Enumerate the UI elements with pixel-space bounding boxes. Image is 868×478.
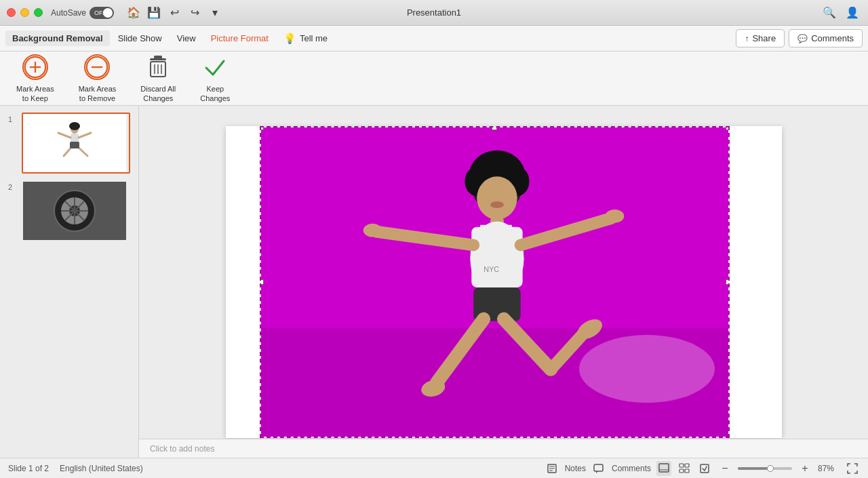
zoom-percent: 87%: [818, 464, 840, 473]
dropdown-icon[interactable]: ▾: [206, 4, 224, 22]
home-icon[interactable]: 🏠: [125, 4, 142, 22]
reading-view-icon[interactable]: [697, 461, 712, 476]
notes-status-icon[interactable]: [545, 461, 559, 476]
slide-number-1: 1: [8, 113, 16, 123]
svg-rect-54: [594, 464, 603, 471]
zoom-track: [738, 467, 792, 470]
svg-rect-60: [679, 469, 684, 473]
canvas-area: NYC Click to add notes: [139, 106, 868, 458]
discard-all-changes-button[interactable]: Discard All Changes: [135, 51, 181, 105]
minimize-button[interactable]: [20, 8, 29, 17]
comments-button[interactable]: 💬 Comments: [789, 29, 863, 47]
maximize-button[interactable]: [34, 8, 43, 17]
svg-rect-56: [659, 464, 669, 472]
mark-areas-remove-label: Mark Areas to Remove: [79, 85, 117, 102]
mark-remove-circle-icon: [84, 54, 110, 80]
comments-status-label[interactable]: Comments: [612, 464, 651, 473]
normal-view-icon[interactable]: [656, 461, 671, 476]
svg-line-46: [503, 319, 550, 369]
redo-icon[interactable]: ↪: [186, 4, 203, 22]
ribbon: Mark Areas to Keep Mark Areas to Remove: [0, 52, 868, 106]
svg-rect-19: [70, 142, 79, 148]
svg-text:NYC: NYC: [484, 265, 499, 273]
traffic-lights: [7, 8, 43, 17]
trash-icon: [145, 54, 171, 80]
comments-status-icon[interactable]: [591, 461, 606, 476]
language-info: English (United States): [60, 464, 143, 473]
mark-areas-keep-button[interactable]: Mark Areas to Keep: [11, 51, 60, 105]
svg-line-42: [520, 218, 611, 245]
menu-bar: Background Removal Slide Show View Pictu…: [0, 26, 868, 52]
svg-rect-61: [685, 469, 689, 473]
discard-icon: [144, 54, 172, 81]
svg-point-33: [490, 201, 504, 208]
svg-rect-6: [154, 56, 162, 59]
menu-tell-me[interactable]: 💡 Tell me: [277, 30, 334, 47]
checkmark-icon: [202, 54, 228, 80]
close-button[interactable]: [7, 8, 16, 17]
svg-rect-36: [471, 226, 522, 287]
keep-changes-label: Keep Changes: [200, 85, 230, 102]
mark-areas-remove-button[interactable]: Mark Areas to Remove: [73, 51, 122, 105]
window-title: Presentation1: [407, 7, 461, 18]
status-bar: Slide 1 of 2 English (United States) Not…: [0, 458, 868, 478]
svg-line-47: [551, 332, 585, 370]
slide-thumbnail-2[interactable]: [22, 180, 130, 241]
status-right: Notes Comments: [545, 461, 860, 476]
menu-background-removal[interactable]: Background Removal: [5, 31, 110, 46]
mark-remove-icon: [83, 54, 111, 81]
svg-point-13: [69, 122, 80, 130]
slide-sorter-icon[interactable]: [677, 461, 692, 476]
svg-rect-38: [505, 224, 511, 245]
toolbar-icons: 🏠 💾 ↩ ↪ ▾: [125, 4, 224, 22]
fit-slide-icon[interactable]: [845, 461, 860, 476]
slide-item-2[interactable]: 2: [8, 180, 130, 241]
comments-icon: 💬: [797, 34, 808, 43]
slide-panel: 1: [0, 106, 139, 458]
main-content: 1: [0, 106, 868, 458]
keep-icon: [201, 54, 229, 81]
menu-view[interactable]: View: [170, 31, 203, 46]
zoom-out-icon[interactable]: −: [717, 461, 732, 476]
zoom-thumb[interactable]: [767, 465, 774, 472]
slide-thumb-inner-1: [23, 114, 126, 172]
status-left: Slide 1 of 2 English (United States): [8, 464, 143, 473]
share-icon: ↑: [745, 34, 749, 43]
svg-point-32: [477, 176, 517, 219]
account-icon[interactable]: 👤: [844, 4, 861, 22]
autosave-switch[interactable]: OFF: [90, 7, 114, 19]
svg-rect-59: [685, 464, 689, 467]
svg-marker-55: [596, 471, 598, 473]
autosave-toggle[interactable]: AutoSave OFF: [51, 7, 114, 19]
mark-keep-icon: [22, 54, 49, 81]
zoom-in-icon[interactable]: +: [797, 461, 812, 476]
slide-thumb-inner-2: [23, 182, 126, 240]
notes-placeholder[interactable]: Click to add notes: [139, 439, 868, 458]
slide-thumbnail-1[interactable]: [22, 113, 130, 174]
slide-item-1[interactable]: 1: [8, 113, 130, 174]
title-bar: AutoSave OFF 🏠 💾 ↩ ↪ ▾ Presentation1 🔍 👤: [0, 0, 868, 26]
zoom-slider[interactable]: [738, 467, 792, 470]
slide-canvas: NYC: [226, 126, 782, 438]
mark-keep-circle-icon: [22, 54, 48, 80]
undo-icon[interactable]: ↩: [165, 4, 183, 22]
slide-info: Slide 1 of 2: [8, 464, 49, 473]
menu-slide-show[interactable]: Slide Show: [111, 31, 169, 46]
title-right-icons: 🔍 👤: [821, 4, 861, 22]
mark-areas-keep-label: Mark Areas to Keep: [16, 85, 54, 102]
lightbulb-icon: 💡: [283, 33, 296, 45]
search-title-icon[interactable]: 🔍: [821, 4, 838, 22]
selected-image[interactable]: NYC: [260, 126, 730, 438]
keep-changes-button[interactable]: Keep Changes: [195, 51, 235, 105]
share-button[interactable]: ↑ Share: [736, 29, 785, 47]
menu-right-actions: ↑ Share 💬 Comments: [736, 29, 863, 47]
svg-point-43: [605, 209, 624, 222]
svg-rect-58: [679, 464, 684, 467]
svg-line-44: [436, 319, 483, 382]
svg-line-40: [376, 231, 473, 245]
menu-picture-format[interactable]: Picture Format: [204, 31, 275, 46]
autosave-label: AutoSave: [51, 8, 86, 18]
save-icon[interactable]: 💾: [145, 4, 163, 22]
toggle-knob: [103, 8, 113, 18]
notes-status-label[interactable]: Notes: [565, 464, 586, 473]
